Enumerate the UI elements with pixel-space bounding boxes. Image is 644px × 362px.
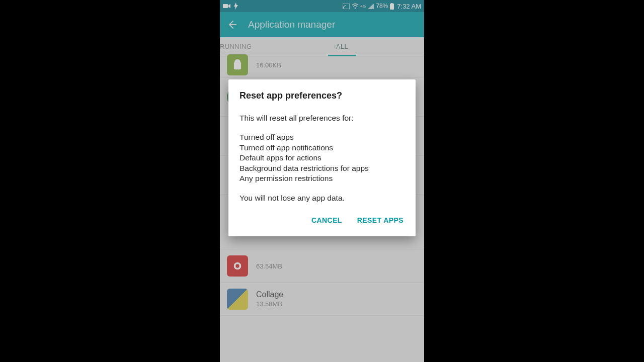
dialog-item: Any permission restrictions <box>239 173 405 184</box>
dialog-actions: CANCEL RESET APPS <box>239 213 405 230</box>
cancel-button[interactable]: CANCEL <box>310 213 343 227</box>
dialog-item: Turned off apps <box>239 132 405 142</box>
phone-screen: 4G 78% 7:32 AM Application manager RUNNI… <box>220 0 424 362</box>
reset-apps-button[interactable]: RESET APPS <box>356 213 405 227</box>
dialog-body: This will reset all preferences for: Tur… <box>239 113 405 203</box>
dialog-title: Reset app preferences? <box>239 90 405 101</box>
dialog-item: Turned off app notifications <box>239 143 405 153</box>
dialog-item: Default apps for actions <box>239 153 405 163</box>
reset-preferences-dialog: Reset app preferences? This will reset a… <box>228 79 416 236</box>
dialog-footer: You will not lose any app data. <box>239 193 405 203</box>
dialog-intro: This will reset all preferences for: <box>239 113 405 123</box>
dialog-items: Turned off apps Turned off app notificat… <box>239 132 405 184</box>
dialog-item: Background data restrictions for apps <box>239 163 405 173</box>
